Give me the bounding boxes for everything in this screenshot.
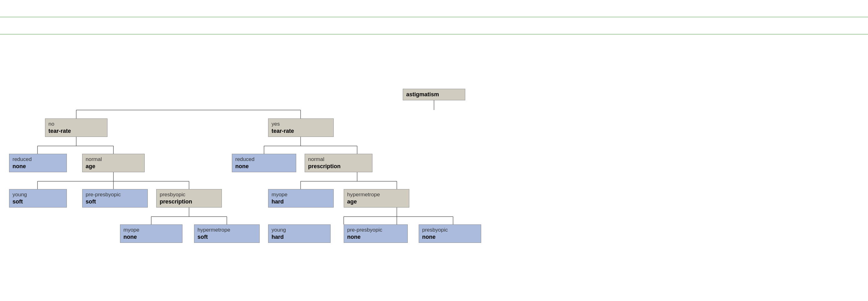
node-young-soft: young soft — [9, 189, 67, 208]
node-prepresbyopic-soft-label: pre-presbyopic — [86, 191, 144, 198]
node-young-hard: young hard — [268, 224, 331, 243]
node-yes-tearrate-label: yes — [272, 121, 330, 127]
header-label-1: tree/contact-lenses.data.tree.json — [383, 4, 485, 12]
node-young-soft-label: young — [12, 191, 63, 198]
node-hypermetrope-age-value: age — [347, 198, 406, 205]
node-prepresbyopic-soft: pre-presbyopic soft — [82, 189, 148, 208]
node-no-tearrate: no tear-rate — [45, 118, 107, 137]
node-no-tearrate-label: no — [49, 121, 104, 127]
node-hypermetrope-soft: hypermetrope soft — [194, 224, 260, 243]
node-astigmatism: astigmatism — [403, 89, 465, 100]
node-prepresbyopic-none: pre-presbyopic none — [344, 224, 408, 243]
tree-lines — [0, 70, 868, 301]
node-presbyopic-none-label: presbyopic — [422, 227, 478, 234]
node-reduced-none-2: reduced none — [232, 154, 296, 172]
node-hypermetrope-age-label: hypermetrope — [347, 191, 406, 198]
node-hypermetrope-age: hypermetrope age — [344, 189, 409, 208]
node-presbyopic-none-value: none — [422, 234, 478, 241]
tree-area: astigmatism no tear-rate yes tear-rate r… — [0, 70, 868, 301]
node-no-tearrate-value: tear-rate — [49, 127, 104, 135]
node-reduced-none-1: reduced none — [9, 154, 67, 172]
node-yes-tearrate: yes tear-rate — [268, 118, 334, 137]
node-astigmatism-value: astigmatism — [406, 91, 462, 98]
node-reduced-none-1-value: none — [12, 163, 63, 170]
node-myope-none: myope none — [120, 224, 183, 243]
node-normal-age-value: age — [86, 163, 141, 170]
node-normal-prescription: normal prescription — [305, 154, 372, 172]
node-prepresbyopic-none-value: none — [347, 234, 404, 241]
node-normal-age-label: normal — [86, 156, 141, 163]
tree-container: astigmatism no tear-rate yes tear-rate r… — [0, 51, 868, 301]
node-presbyopic-none: presbyopic none — [419, 224, 481, 243]
header: tree/contact-lenses.data.tree.json tree/… — [0, 0, 868, 51]
node-yes-tearrate-value: tear-rate — [272, 127, 330, 135]
node-young-hard-value: hard — [272, 234, 327, 241]
node-myope-hard-1-label: myope — [272, 191, 330, 198]
node-myope-none-value: none — [123, 234, 179, 241]
node-reduced-none-2-label: reduced — [235, 156, 293, 163]
node-reduced-none-2-value: none — [235, 163, 293, 170]
node-prepresbyopic-soft-value: soft — [86, 198, 144, 205]
node-young-soft-value: soft — [12, 198, 63, 205]
header-label-2: tree/fishing.data.tree.json — [395, 22, 472, 30]
node-reduced-none-1-label: reduced — [12, 156, 63, 163]
node-presbyopic-prescription-label: presbyopic — [160, 191, 218, 198]
header-item-3[interactable]: tree/new-treatment.data.tree.json — [0, 34, 868, 51]
node-myope-hard-1-value: hard — [272, 198, 330, 205]
node-myope-hard-1: myope hard — [268, 189, 334, 208]
node-presbyopic-prescription-value: prescription — [160, 198, 218, 205]
header-item-2[interactable]: tree/fishing.data.tree.json — [0, 17, 868, 34]
node-normal-age: normal age — [82, 154, 145, 172]
node-normal-prescription-value: prescription — [308, 163, 369, 170]
header-label-3: tree/new-treatment.data.tree.json — [383, 39, 485, 47]
node-prepresbyopic-none-label: pre-presbyopic — [347, 227, 404, 234]
node-presbyopic-prescription: presbyopic prescription — [156, 189, 222, 208]
node-hypermetrope-soft-label: hypermetrope — [197, 227, 256, 234]
header-item-1[interactable]: tree/contact-lenses.data.tree.json — [0, 0, 868, 17]
node-normal-prescription-label: normal — [308, 156, 369, 163]
node-hypermetrope-soft-value: soft — [197, 234, 256, 241]
node-myope-none-label: myope — [123, 227, 179, 234]
node-young-hard-label: young — [272, 227, 327, 234]
